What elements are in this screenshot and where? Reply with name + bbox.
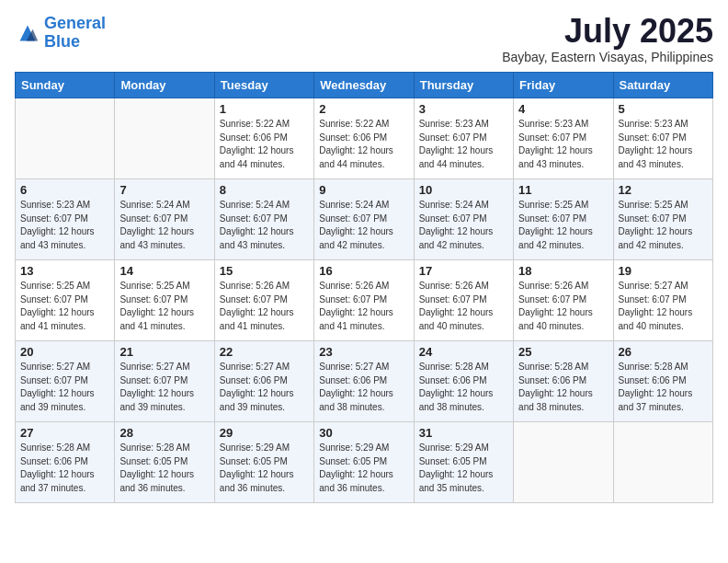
month-title: July 2025 xyxy=(502,15,713,48)
day-cell-2: 2Sunrise: 5:22 AMSunset: 6:06 PMDaylight… xyxy=(314,98,414,179)
day-cell-14: 14Sunrise: 5:25 AMSunset: 6:07 PMDayligh… xyxy=(115,260,214,341)
weekday-header-thursday: Thursday xyxy=(414,73,513,98)
empty-cell xyxy=(514,422,613,503)
calendar-week-1: 1Sunrise: 5:22 AMSunset: 6:06 PMDaylight… xyxy=(16,98,713,179)
day-cell-10: 10Sunrise: 5:24 AMSunset: 6:07 PMDayligh… xyxy=(414,179,513,260)
day-number-4: 4 xyxy=(518,102,608,116)
day-info-14: Sunrise: 5:25 AMSunset: 6:07 PMDaylight:… xyxy=(119,280,209,333)
empty-cell xyxy=(613,422,712,503)
day-cell-13: 13Sunrise: 5:25 AMSunset: 6:07 PMDayligh… xyxy=(16,260,115,341)
day-cell-24: 24Sunrise: 5:28 AMSunset: 6:06 PMDayligh… xyxy=(414,341,513,422)
day-info-25: Sunrise: 5:28 AMSunset: 6:06 PMDaylight:… xyxy=(518,361,608,414)
day-number-6: 6 xyxy=(20,183,109,197)
day-number-25: 25 xyxy=(518,345,608,359)
day-info-22: Sunrise: 5:27 AMSunset: 6:06 PMDaylight:… xyxy=(220,361,309,414)
day-info-6: Sunrise: 5:23 AMSunset: 6:07 PMDaylight:… xyxy=(20,199,109,252)
day-info-28: Sunrise: 5:28 AMSunset: 6:05 PMDaylight:… xyxy=(119,442,209,495)
day-info-30: Sunrise: 5:29 AMSunset: 6:05 PMDaylight:… xyxy=(319,442,408,495)
day-cell-19: 19Sunrise: 5:27 AMSunset: 6:07 PMDayligh… xyxy=(613,260,712,341)
day-number-19: 19 xyxy=(619,264,708,278)
day-cell-30: 30Sunrise: 5:29 AMSunset: 6:05 PMDayligh… xyxy=(314,422,414,503)
calendar-table: SundayMondayTuesdayWednesdayThursdayFrid… xyxy=(15,72,713,503)
day-cell-17: 17Sunrise: 5:26 AMSunset: 6:07 PMDayligh… xyxy=(414,260,513,341)
day-info-29: Sunrise: 5:29 AMSunset: 6:05 PMDaylight:… xyxy=(220,442,309,495)
day-info-24: Sunrise: 5:28 AMSunset: 6:06 PMDaylight:… xyxy=(419,361,508,414)
day-number-12: 12 xyxy=(619,183,708,197)
day-number-2: 2 xyxy=(319,102,408,116)
weekday-header-tuesday: Tuesday xyxy=(214,73,313,98)
day-number-27: 27 xyxy=(20,426,109,440)
day-cell-4: 4Sunrise: 5:23 AMSunset: 6:07 PMDaylight… xyxy=(514,98,613,179)
day-info-9: Sunrise: 5:24 AMSunset: 6:07 PMDaylight:… xyxy=(319,199,408,252)
day-number-9: 9 xyxy=(319,183,408,197)
day-number-29: 29 xyxy=(220,426,309,440)
day-info-2: Sunrise: 5:22 AMSunset: 6:06 PMDaylight:… xyxy=(319,118,408,171)
day-number-16: 16 xyxy=(319,264,408,278)
day-info-18: Sunrise: 5:26 AMSunset: 6:07 PMDaylight:… xyxy=(518,280,608,333)
weekday-header-row: SundayMondayTuesdayWednesdayThursdayFrid… xyxy=(16,73,713,98)
day-number-17: 17 xyxy=(419,264,508,278)
empty-cell xyxy=(115,98,214,179)
weekday-header-sunday: Sunday xyxy=(16,73,115,98)
day-cell-8: 8Sunrise: 5:24 AMSunset: 6:07 PMDaylight… xyxy=(214,179,313,260)
day-number-26: 26 xyxy=(619,345,708,359)
day-cell-22: 22Sunrise: 5:27 AMSunset: 6:06 PMDayligh… xyxy=(214,341,313,422)
day-number-23: 23 xyxy=(319,345,408,359)
day-cell-11: 11Sunrise: 5:25 AMSunset: 6:07 PMDayligh… xyxy=(514,179,613,260)
day-number-28: 28 xyxy=(119,426,209,440)
weekday-header-friday: Friday xyxy=(514,73,613,98)
day-cell-20: 20Sunrise: 5:27 AMSunset: 6:07 PMDayligh… xyxy=(16,341,115,422)
day-cell-6: 6Sunrise: 5:23 AMSunset: 6:07 PMDaylight… xyxy=(16,179,115,260)
weekday-header-saturday: Saturday xyxy=(613,73,712,98)
day-number-15: 15 xyxy=(220,264,309,278)
day-info-11: Sunrise: 5:25 AMSunset: 6:07 PMDaylight:… xyxy=(518,199,608,252)
day-number-31: 31 xyxy=(419,426,508,440)
day-cell-5: 5Sunrise: 5:23 AMSunset: 6:07 PMDaylight… xyxy=(613,98,712,179)
day-number-18: 18 xyxy=(518,264,608,278)
page-header: General Blue July 2025 Baybay, Eastern V… xyxy=(15,15,713,64)
day-info-16: Sunrise: 5:26 AMSunset: 6:07 PMDaylight:… xyxy=(319,280,408,333)
location: Baybay, Eastern Visayas, Philippines xyxy=(502,50,713,64)
day-cell-12: 12Sunrise: 5:25 AMSunset: 6:07 PMDayligh… xyxy=(613,179,712,260)
day-info-4: Sunrise: 5:23 AMSunset: 6:07 PMDaylight:… xyxy=(518,118,608,171)
day-cell-1: 1Sunrise: 5:22 AMSunset: 6:06 PMDaylight… xyxy=(214,98,313,179)
day-info-20: Sunrise: 5:27 AMSunset: 6:07 PMDaylight:… xyxy=(20,361,109,414)
weekday-header-monday: Monday xyxy=(115,73,214,98)
calendar-week-4: 20Sunrise: 5:27 AMSunset: 6:07 PMDayligh… xyxy=(16,341,713,422)
day-cell-27: 27Sunrise: 5:28 AMSunset: 6:06 PMDayligh… xyxy=(16,422,115,503)
day-number-11: 11 xyxy=(518,183,608,197)
weekday-header-wednesday: Wednesday xyxy=(314,73,414,98)
calendar-week-2: 6Sunrise: 5:23 AMSunset: 6:07 PMDaylight… xyxy=(16,179,713,260)
logo-text: General Blue xyxy=(44,15,106,52)
day-number-13: 13 xyxy=(20,264,109,278)
day-info-1: Sunrise: 5:22 AMSunset: 6:06 PMDaylight:… xyxy=(220,118,309,171)
logo-icon xyxy=(15,20,40,46)
day-number-21: 21 xyxy=(119,345,209,359)
day-number-20: 20 xyxy=(20,345,109,359)
day-number-22: 22 xyxy=(220,345,309,359)
day-cell-21: 21Sunrise: 5:27 AMSunset: 6:07 PMDayligh… xyxy=(115,341,214,422)
day-number-7: 7 xyxy=(119,183,209,197)
day-number-1: 1 xyxy=(220,102,309,116)
calendar-week-3: 13Sunrise: 5:25 AMSunset: 6:07 PMDayligh… xyxy=(16,260,713,341)
day-number-3: 3 xyxy=(419,102,508,116)
day-number-14: 14 xyxy=(119,264,209,278)
logo: General Blue xyxy=(15,15,106,52)
day-cell-26: 26Sunrise: 5:28 AMSunset: 6:06 PMDayligh… xyxy=(613,341,712,422)
day-cell-7: 7Sunrise: 5:24 AMSunset: 6:07 PMDaylight… xyxy=(115,179,214,260)
day-cell-25: 25Sunrise: 5:28 AMSunset: 6:06 PMDayligh… xyxy=(514,341,613,422)
day-info-19: Sunrise: 5:27 AMSunset: 6:07 PMDaylight:… xyxy=(619,280,708,333)
day-cell-15: 15Sunrise: 5:26 AMSunset: 6:07 PMDayligh… xyxy=(214,260,313,341)
calendar-week-5: 27Sunrise: 5:28 AMSunset: 6:06 PMDayligh… xyxy=(16,422,713,503)
day-info-7: Sunrise: 5:24 AMSunset: 6:07 PMDaylight:… xyxy=(119,199,209,252)
day-info-23: Sunrise: 5:27 AMSunset: 6:06 PMDaylight:… xyxy=(319,361,408,414)
title-block: July 2025 Baybay, Eastern Visayas, Phili… xyxy=(502,15,713,64)
day-number-8: 8 xyxy=(220,183,309,197)
day-cell-18: 18Sunrise: 5:26 AMSunset: 6:07 PMDayligh… xyxy=(514,260,613,341)
day-number-24: 24 xyxy=(419,345,508,359)
day-info-3: Sunrise: 5:23 AMSunset: 6:07 PMDaylight:… xyxy=(419,118,508,171)
day-info-12: Sunrise: 5:25 AMSunset: 6:07 PMDaylight:… xyxy=(619,199,708,252)
day-info-31: Sunrise: 5:29 AMSunset: 6:05 PMDaylight:… xyxy=(419,442,508,495)
day-cell-29: 29Sunrise: 5:29 AMSunset: 6:05 PMDayligh… xyxy=(214,422,313,503)
day-number-10: 10 xyxy=(419,183,508,197)
